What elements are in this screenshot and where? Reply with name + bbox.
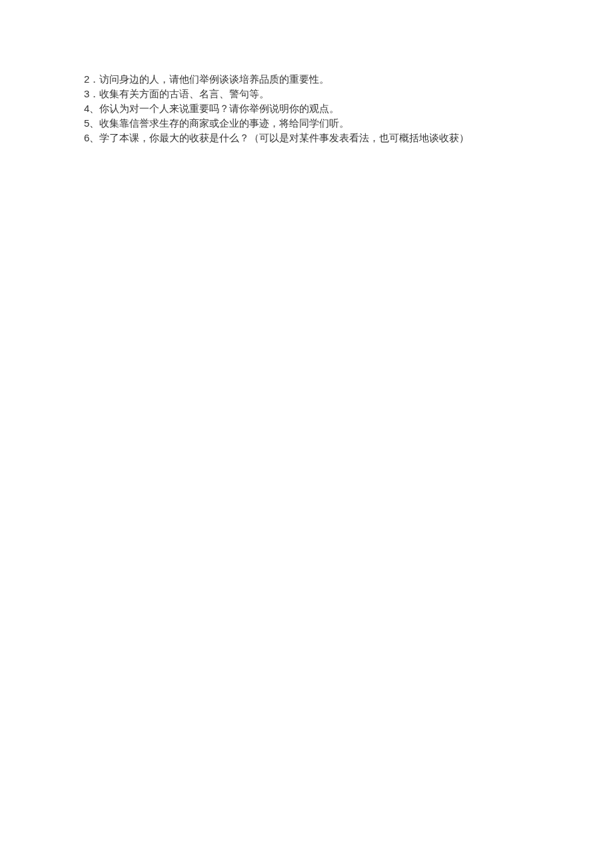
item-text: 收集靠信誉求生存的商家或企业的事迹，将给同学们听。 — [99, 117, 349, 129]
item-number: 4、 — [84, 101, 99, 116]
item-text: 访问身边的人，请他们举例谈谈培养品质的重要性。 — [99, 73, 329, 85]
item-text: 你认为对一个人来说重要吗？请你举例说明你的观点。 — [99, 103, 339, 114]
list-item: 6、学了本课，你最大的收获是什么？（可以是对某件事发表看法，也可概括地谈收获） — [84, 131, 560, 145]
list-item: 3．收集有关方面的古语、名言、警句等。 — [84, 87, 560, 101]
item-number: 5、 — [84, 116, 99, 131]
item-text: 学了本课，你最大的收获是什么？（可以是对某件事发表看法，也可概括地谈收获） — [99, 132, 469, 143]
document-page: 2．访问身边的人，请他们举例谈谈培养品质的重要性。 3．收集有关方面的古语、名言… — [0, 0, 613, 145]
item-number: 2． — [84, 72, 99, 87]
item-text: 收集有关方面的古语、名言、警句等。 — [99, 88, 269, 99]
item-number: 3． — [84, 87, 99, 101]
list-item: 2．访问身边的人，请他们举例谈谈培养品质的重要性。 — [84, 72, 560, 87]
list-item: 5、收集靠信誉求生存的商家或企业的事迹，将给同学们听。 — [84, 116, 560, 131]
list-item: 4、你认为对一个人来说重要吗？请你举例说明你的观点。 — [84, 101, 560, 116]
item-number: 6、 — [84, 131, 99, 145]
